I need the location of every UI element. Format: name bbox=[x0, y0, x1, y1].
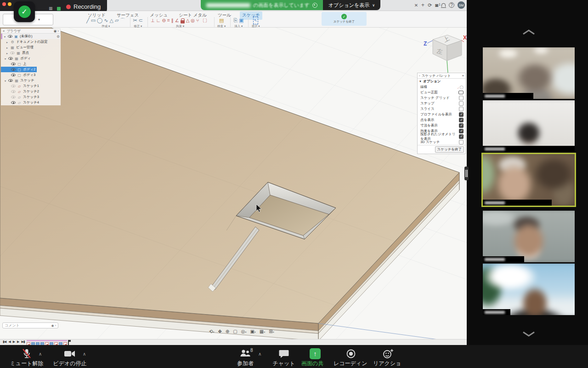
participant-video-3-active-speaker[interactable] bbox=[483, 154, 575, 206]
recording-button[interactable]: レコーディング bbox=[334, 348, 368, 368]
participant-video-2[interactable] bbox=[483, 100, 575, 152]
participant-video-5[interactable] bbox=[483, 264, 575, 315]
circle-style-icon[interactable]: ◯ bbox=[460, 85, 464, 89]
account-avatar[interactable]: SM bbox=[458, 1, 465, 9]
browser-node-origin[interactable]: ▸▦原点 bbox=[1, 50, 61, 56]
stop-video-button[interactable]: ビデオの停止 ∧ bbox=[48, 348, 92, 368]
show-dimensions-checkbox[interactable] bbox=[459, 123, 464, 128]
tab-close-icon[interactable]: ✕ bbox=[414, 3, 418, 8]
browser-root-row[interactable]: ▾ ▣ (未保存) ⚙ bbox=[1, 34, 61, 39]
trim-tool-icon[interactable]: ✂ bbox=[133, 17, 137, 24]
grid-settings-icon[interactable]: ▦▾ bbox=[260, 329, 265, 334]
mute-options-chevron[interactable]: ∧ bbox=[39, 351, 42, 356]
zoom-tool-icon[interactable]: ⊕ bbox=[226, 329, 229, 334]
parallel-constraint-icon[interactable]: ∥ bbox=[171, 17, 174, 24]
sync-icon[interactable]: ⟳ bbox=[428, 2, 432, 8]
horizontal-vertical-constraint-icon[interactable]: ⊥ bbox=[151, 17, 155, 24]
browser-node-body-top[interactable]: ▢上 bbox=[1, 61, 61, 67]
viewport-layout-icon[interactable]: ⊞▾ bbox=[269, 329, 274, 334]
visibility-eye-icon[interactable] bbox=[8, 79, 13, 82]
participants-options-chevron[interactable]: ∧ bbox=[258, 351, 261, 356]
sidebar-resize-handle[interactable] bbox=[464, 167, 469, 180]
visibility-eye-icon[interactable] bbox=[10, 52, 15, 54]
video-options-chevron[interactable]: ∧ bbox=[83, 351, 86, 356]
job-status-icon[interactable]: ◙1 bbox=[435, 2, 438, 8]
share-screen-button[interactable]: ↑ 画面の共有 bbox=[301, 348, 329, 368]
palette-collapse-icon[interactable]: » bbox=[462, 74, 464, 78]
comment-input[interactable]: コメント ◉ › bbox=[2, 322, 58, 328]
scroll-up-chevron[interactable] bbox=[522, 29, 536, 36]
rectangle-tool-icon[interactable]: ▭ bbox=[91, 17, 96, 24]
offset-tool-icon[interactable]: ⊂ bbox=[139, 17, 143, 24]
equal-constraint-icon[interactable]: = bbox=[167, 17, 170, 24]
concentric-constraint-icon[interactable]: ◎ bbox=[191, 17, 195, 24]
magnifier-icon[interactable]: ◎▾ bbox=[241, 329, 247, 334]
participant-video-4[interactable] bbox=[483, 211, 575, 262]
participant-video-1[interactable] bbox=[483, 47, 575, 99]
snap-checkbox[interactable] bbox=[459, 101, 464, 106]
fix-constraint-icon[interactable] bbox=[181, 20, 185, 23]
notifications-bell-icon[interactable] bbox=[441, 3, 446, 7]
share-options-button[interactable]: オプションを表示 ∨ bbox=[323, 0, 380, 10]
options-section-header[interactable]: ▼ オプション bbox=[418, 79, 465, 84]
curvature-constraint-icon[interactable]: 〔〕 bbox=[200, 17, 209, 24]
visibility-eye-icon[interactable] bbox=[11, 68, 16, 71]
browser-node-sketch4[interactable]: ▱スケッチ4 bbox=[1, 100, 61, 105]
show-projected-checkbox[interactable] bbox=[459, 134, 464, 139]
finish-sketch-button[interactable]: ✓ スケッチを終了 bbox=[322, 12, 367, 26]
fit-icon[interactable]: ▢ bbox=[233, 329, 237, 334]
help-icon[interactable]: ? bbox=[449, 2, 454, 8]
pan-icon[interactable]: ✥ bbox=[218, 329, 221, 334]
mute-button[interactable]: ミュート解除 ∧ bbox=[6, 348, 48, 368]
browser-options-icon[interactable]: ◉ › bbox=[54, 29, 59, 33]
midpoint-constraint-icon[interactable]: △ bbox=[186, 17, 190, 24]
browser-node-sketch1[interactable]: ▱スケッチ1 bbox=[1, 83, 61, 89]
arc-tool-icon[interactable]: ⌒ bbox=[120, 17, 125, 24]
play-icon[interactable]: ▶ bbox=[13, 340, 15, 344]
mac-close-button[interactable] bbox=[2, 2, 6, 6]
visibility-eye-icon[interactable] bbox=[8, 35, 12, 38]
display-settings-icon[interactable]: ▣▾ bbox=[250, 329, 255, 334]
participants-button[interactable]: 8 参加者 ∧ bbox=[228, 348, 263, 368]
visibility-eye-icon[interactable] bbox=[11, 85, 16, 87]
browser-node-view-management[interactable]: ▸▦ビュー管理 bbox=[1, 45, 61, 50]
browser-node-sketch2[interactable]: ▱スケッチ2 bbox=[1, 89, 61, 94]
browser-header[interactable]: « ブラウザ ◉ › bbox=[1, 29, 61, 34]
visibility-eye-icon[interactable] bbox=[11, 63, 16, 65]
visibility-eye-icon[interactable] bbox=[11, 96, 16, 98]
palette-finish-sketch-button[interactable]: スケッチを終了 bbox=[435, 146, 464, 153]
scroll-down-chevron[interactable] bbox=[522, 330, 536, 338]
browser-node-document-settings[interactable]: ▸⚙ドキュメントの設定 bbox=[1, 39, 61, 45]
go-end-icon[interactable]: ▶▮ bbox=[21, 340, 24, 344]
visibility-eye-icon[interactable] bbox=[11, 74, 16, 76]
comment-send-icon[interactable]: ◉ › bbox=[51, 324, 56, 328]
browser-node-body2[interactable]: ▢ボディ2 bbox=[1, 67, 37, 72]
visibility-eye-icon[interactable] bbox=[11, 101, 16, 104]
spline-style-icon[interactable]: ◞ bbox=[458, 85, 459, 89]
sketch-palette-header[interactable]: ◦ スケッチ パレット » bbox=[418, 73, 465, 79]
3d-sketch-checkbox[interactable] bbox=[459, 140, 464, 144]
perpendicular-constraint-icon[interactable]: ∠ bbox=[175, 17, 179, 24]
coincident-constraint-icon[interactable]: ∟ bbox=[156, 17, 161, 24]
select-tool-icon[interactable]: ↖ bbox=[253, 17, 258, 24]
sketch-grid-checkbox[interactable] bbox=[459, 96, 464, 100]
visibility-eye-icon[interactable] bbox=[11, 90, 16, 93]
tangent-constraint-icon[interactable]: ⊖ bbox=[162, 17, 165, 24]
insert-file-icon[interactable]: ⎘ bbox=[233, 17, 237, 24]
mac-minimize-button[interactable] bbox=[8, 2, 11, 6]
step-forward-icon[interactable]: ▶ bbox=[17, 340, 19, 344]
browser-node-body3[interactable]: ▢ボディ3 bbox=[1, 72, 61, 78]
browser-node-sketch3[interactable]: ▱スケッチ3 bbox=[1, 94, 61, 100]
symmetry-constraint-icon[interactable]: ⑂ bbox=[196, 17, 199, 24]
spline-tool-icon[interactable]: ∿ bbox=[104, 17, 108, 24]
show-constraints-checkbox[interactable] bbox=[459, 129, 464, 133]
show-points-checkbox[interactable] bbox=[459, 118, 464, 122]
chat-button[interactable]: チャット bbox=[270, 348, 298, 368]
show-profile-checkbox[interactable] bbox=[459, 112, 464, 117]
slice-checkbox[interactable] bbox=[459, 107, 464, 111]
measure-tool-icon[interactable]: ▤ bbox=[219, 17, 224, 24]
new-tab-icon[interactable]: + bbox=[421, 2, 424, 8]
orbit-icon[interactable]: ⟲▾ bbox=[209, 329, 214, 334]
look-at-icon[interactable] bbox=[458, 91, 464, 94]
polygon-tool-icon[interactable]: △ bbox=[110, 17, 113, 24]
